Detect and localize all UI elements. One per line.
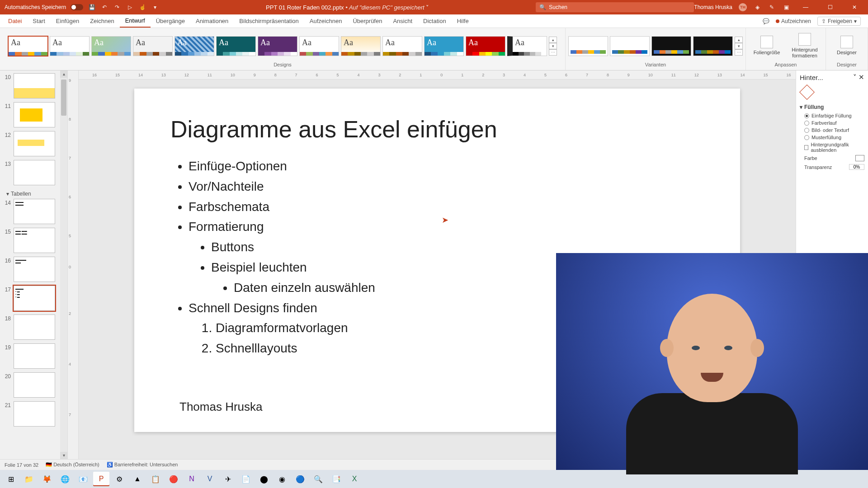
app-icon[interactable]: 🔍	[310, 472, 326, 486]
redo-icon[interactable]: ↷	[113, 3, 121, 11]
diamond-icon[interactable]: ◈	[753, 3, 761, 11]
slide-size-button[interactable]: Foliengröße	[749, 34, 785, 57]
telegram-icon[interactable]: ✈	[220, 472, 236, 486]
variants-gallery-nav[interactable]: ▴▾⋯	[735, 37, 743, 56]
format-background-button[interactable]: Hintergrund formatieren	[787, 31, 823, 61]
language-indicator[interactable]: 🇩🇪 Deutsch (Österreich)	[46, 462, 99, 468]
tab-bildschirm[interactable]: Bildschirmpräsentation	[234, 14, 304, 28]
thumbnails-scrollbar[interactable]: ▴▾	[60, 70, 67, 459]
theme-thumb[interactable]: Aa	[466, 36, 505, 56]
pane-dropdown-icon[interactable]: ˅	[853, 73, 857, 81]
user-name[interactable]: Thomas Hruska	[694, 4, 732, 10]
user-avatar[interactable]: TH	[739, 3, 747, 11]
pane-close-icon[interactable]: ✕	[859, 73, 864, 81]
theme-thumb[interactable]: Aa	[50, 36, 90, 56]
slide-thumb-18[interactable]: 18	[2, 314, 59, 340]
firefox-icon[interactable]: 🦊	[39, 472, 55, 486]
opt-solid-fill[interactable]: Einfarbige Füllung	[800, 112, 864, 119]
window-mode-icon[interactable]: ▣	[782, 3, 790, 11]
slide-thumb-11[interactable]: 11	[2, 102, 59, 127]
comments-icon[interactable]: 💬	[763, 18, 769, 24]
tab-animationen[interactable]: Animationen	[190, 14, 234, 28]
tab-uebergaenge[interactable]: Übergänge	[151, 14, 190, 28]
onenote-icon[interactable]: N	[184, 472, 200, 486]
tab-hilfe[interactable]: Hilfe	[452, 14, 474, 28]
slide-thumb-10[interactable]: 10	[2, 73, 59, 99]
slide-thumb-14[interactable]: 14▬▬▬▬▬▬	[2, 199, 59, 224]
theme-thumb[interactable]: Aa	[133, 36, 173, 56]
accessibility-checker[interactable]: ♿ Barrierefreiheit: Untersuchen	[107, 462, 178, 468]
tab-ueberpruefen[interactable]: Überprüfen	[347, 14, 387, 28]
theme-thumb[interactable]: Aa	[91, 36, 131, 56]
transparency-input[interactable]	[849, 164, 864, 170]
theme-thumb[interactable]: Aa	[507, 36, 547, 56]
slide-thumb-21[interactable]: 21	[2, 401, 59, 427]
section-header[interactable]: ▾Tabellen	[2, 189, 59, 199]
theme-thumb[interactable]: Aa	[175, 36, 214, 56]
chk-hide-bg[interactable]: Hintergrundgrafik ausblenden	[800, 141, 864, 154]
tab-entwurf[interactable]: Entwurf	[120, 14, 151, 28]
tab-dictation[interactable]: Dictation	[418, 14, 452, 28]
slide-thumb-19[interactable]: 19	[2, 343, 59, 369]
slide-counter[interactable]: Folie 17 von 32	[5, 462, 38, 468]
tab-datei[interactable]: Datei	[3, 14, 27, 28]
qat-more-icon[interactable]: ▾	[151, 3, 159, 11]
theme-thumb[interactable]: Aa	[258, 36, 297, 56]
file-explorer-icon[interactable]: 📁	[21, 472, 37, 486]
theme-thumb[interactable]: Aa	[382, 36, 422, 56]
visio-icon[interactable]: V	[202, 472, 218, 486]
variant-dark-2[interactable]	[693, 36, 733, 56]
tab-einfuegen[interactable]: Einfügen	[51, 14, 85, 28]
vlc-icon[interactable]: ▲	[129, 472, 146, 486]
slide-thumb-17[interactable]: 17▬▬▬• ▬• ▬• ▬	[2, 286, 59, 311]
slide-thumb-15[interactable]: 15▬▬ ▬▬▬▬ ▬▬	[2, 228, 59, 253]
tab-ansicht[interactable]: Ansicht	[387, 14, 418, 28]
variant-light-2[interactable]	[610, 36, 650, 56]
theme-thumb[interactable]: Aa	[424, 36, 464, 56]
app-icon[interactable]: 📋	[147, 472, 164, 486]
slideshow-icon[interactable]: ▷	[126, 3, 134, 11]
pen-icon[interactable]: ✎	[768, 3, 776, 11]
app-icon[interactable]: 📑	[328, 472, 344, 486]
app-icon[interactable]: ⚙	[111, 472, 127, 486]
search-box[interactable]: 🔍 Suchen	[536, 2, 694, 12]
undo-icon[interactable]: ↶	[100, 3, 108, 11]
opt-gradient-fill[interactable]: Farbverlauf	[800, 119, 864, 127]
fill-section-header[interactable]: ▾Füllung	[800, 102, 864, 112]
variant-dark-1[interactable]	[651, 36, 691, 56]
obs-icon[interactable]: ⬤	[256, 472, 272, 486]
designs-gallery-nav[interactable]: ▴▾⋯	[549, 37, 557, 56]
theme-thumb[interactable]: Aa	[216, 36, 256, 56]
theme-thumb[interactable]: Aa	[341, 36, 381, 56]
minimize-button[interactable]: —	[797, 0, 815, 14]
maximize-button[interactable]: ☐	[821, 0, 839, 14]
designer-button[interactable]: Designer	[829, 34, 865, 57]
excel-icon[interactable]: X	[346, 472, 363, 486]
color-picker[interactable]	[855, 155, 864, 161]
theme-office[interactable]: Aa	[8, 36, 48, 56]
title-dropdown-icon[interactable]: ˅	[426, 4, 429, 11]
opt-pattern-fill[interactable]: Musterfüllung	[800, 134, 864, 141]
app-icon[interactable]: ◉	[274, 472, 290, 486]
tab-zeichnen[interactable]: Zeichnen	[85, 14, 119, 28]
opt-picture-fill[interactable]: Bild- oder Texturf	[800, 127, 864, 134]
chrome-icon[interactable]: 🌐	[57, 472, 73, 486]
tab-aufzeichnen[interactable]: Aufzeichnen	[304, 14, 348, 28]
fill-tab-icon[interactable]	[799, 84, 815, 100]
close-button[interactable]: ✕	[845, 0, 863, 14]
share-button[interactable]: ⇪Freigeben▾	[817, 17, 861, 26]
start-button[interactable]: ⊞	[3, 472, 19, 486]
slide-thumb-13[interactable]: 13	[2, 160, 59, 185]
powerpoint-icon[interactable]: P	[93, 472, 109, 486]
theme-thumb[interactable]: Aa	[299, 36, 339, 56]
slide-thumb-20[interactable]: 20	[2, 372, 59, 398]
slide-thumb-12[interactable]: 12	[2, 131, 59, 156]
autosave-toggle[interactable]	[71, 4, 83, 10]
app-icon[interactable]: 📄	[238, 472, 254, 486]
outlook-icon[interactable]: 📧	[75, 472, 91, 486]
app-icon[interactable]: 🔴	[165, 472, 182, 486]
slide-title[interactable]: Diagramme aus Excel einfügen	[170, 116, 704, 143]
variant-light-1[interactable]	[568, 36, 608, 56]
touch-icon[interactable]: ☝	[138, 3, 146, 11]
tab-start[interactable]: Start	[27, 14, 50, 28]
